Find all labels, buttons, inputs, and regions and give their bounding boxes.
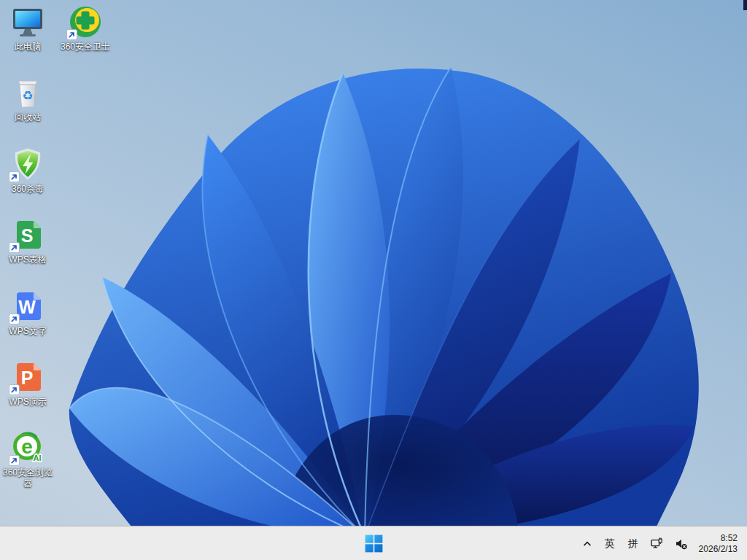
desktop-icon-this-pc[interactable]: 此电脑 — [0, 4, 55, 52]
tray-show-hidden-icons-button[interactable] — [576, 529, 598, 559]
svg-text:e: e — [21, 435, 33, 458]
360-safety-guard-artwork — [68, 4, 103, 39]
ime-mode-indicator[interactable]: 拼 — [622, 529, 645, 559]
wps-spreadsheet-artwork: S — [10, 217, 45, 252]
desktop-icon-label: 360安全卫士 — [58, 42, 113, 52]
svg-text:P: P — [21, 368, 34, 388]
network-status-button[interactable] — [645, 529, 669, 559]
wps-writer-artwork: W — [10, 289, 45, 324]
360-browser-artwork: e AI — [10, 430, 45, 465]
desktop-icon-wps-presentation[interactable]: P WPS演示 — [0, 359, 55, 408]
system-tray: 英 拼 8:52 2026/2/13 — [576, 527, 747, 560]
desktop-icon-360-browser[interactable]: e AI 360安全浏览器 — [0, 430, 55, 489]
chevron-up-icon — [581, 538, 593, 550]
shortcut-arrow-icon — [9, 314, 20, 324]
wallpaper-bloom-image — [0, 0, 747, 526]
volume-muted-icon — [674, 537, 688, 551]
desktop-icon-label: 360安全浏览器 — [0, 467, 55, 489]
desktop-icon-label: 回收站 — [0, 112, 55, 123]
shortcut-arrow-icon — [66, 29, 77, 40]
shortcut-arrow-icon — [9, 171, 20, 182]
recycle-bin-artwork: ♻ — [10, 75, 45, 110]
svg-text:♻: ♻ — [22, 88, 33, 103]
volume-status-button[interactable] — [669, 529, 693, 559]
monitor-icon — [10, 4, 45, 39]
desktop-icon-label: 360杀毒 — [0, 184, 55, 195]
tray-date: 2026/2/13 — [699, 544, 738, 555]
this-pc-artwork — [10, 4, 45, 39]
svg-text:AI: AI — [34, 454, 42, 462]
ime-language-indicator[interactable]: 英 — [598, 529, 622, 559]
desktop-icon-label: WPS演示 — [0, 397, 55, 408]
svg-text:S: S — [21, 225, 34, 246]
desktop-icon-360-safety-guard[interactable]: 360安全卫士 — [58, 4, 113, 52]
wallpaper-corner-artifact — [743, 0, 747, 10]
tray-time: 8:52 — [721, 533, 738, 544]
desktop-icon-wps-writer[interactable]: W WPS文字 — [0, 289, 55, 337]
shortcut-arrow-icon — [9, 384, 20, 395]
wps-presentation-artwork: P — [10, 359, 45, 394]
windows-logo-icon — [365, 534, 383, 553]
recycle-bin-icon: ♻ — [10, 75, 45, 110]
desktop: 此电脑 360安全卫士 ♻回收站 360杀毒 S WP — [0, 0, 747, 560]
desktop-icon-wps-spreadsheet[interactable]: S WPS表格 — [0, 217, 55, 265]
taskbar: 英 拼 8:52 2026/2/13 — [0, 526, 747, 560]
ethernet-network-icon — [650, 537, 664, 551]
shortcut-arrow-icon — [9, 455, 20, 466]
360-antivirus-artwork — [10, 147, 45, 182]
shortcut-arrow-icon — [9, 242, 20, 253]
desktop-icon-label: WPS文字 — [0, 326, 55, 337]
clock[interactable]: 8:52 2026/2/13 — [693, 527, 747, 560]
desktop-icon-label: 此电脑 — [0, 42, 55, 52]
desktop-icon-recycle-bin[interactable]: ♻回收站 — [0, 75, 55, 123]
desktop-icon-label: WPS表格 — [0, 254, 55, 265]
svg-text:W: W — [18, 297, 36, 317]
desktop-icon-360-antivirus[interactable]: 360杀毒 — [0, 147, 55, 195]
start-button[interactable] — [357, 527, 390, 560]
